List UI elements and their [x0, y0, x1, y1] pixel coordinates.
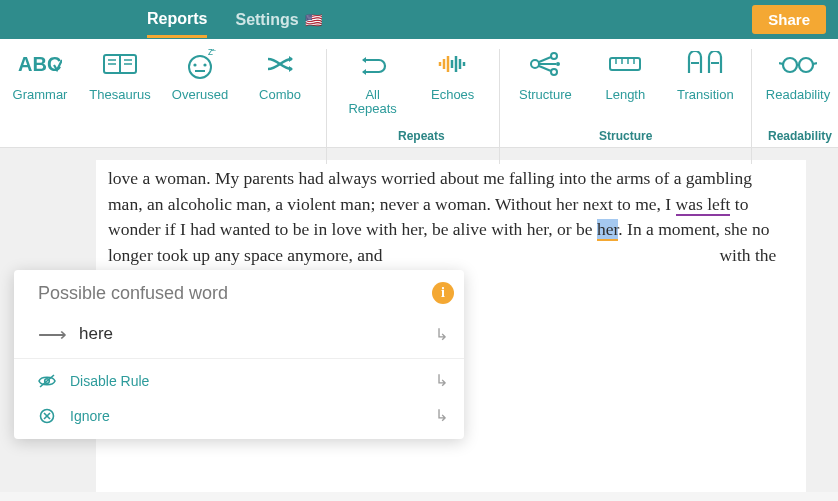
tool-label: Length	[605, 88, 645, 102]
divider	[499, 49, 500, 164]
tool-structure[interactable]: Structure	[505, 49, 585, 129]
svg-point-9	[203, 63, 206, 66]
arrow-right-icon: ⟶	[38, 322, 65, 346]
tool-label: Echoes	[431, 88, 474, 102]
tool-echoes[interactable]: Echoes	[413, 49, 493, 129]
ignore-row[interactable]: Ignore ↳	[14, 398, 464, 433]
transition-icon	[685, 49, 725, 79]
svg-line-25	[539, 66, 551, 71]
tool-label: Transition	[677, 88, 734, 102]
length-icon	[607, 49, 643, 79]
tool-label: Thesaurus	[89, 88, 150, 102]
disable-rule-row[interactable]: Disable Rule ↳	[14, 363, 464, 398]
popup-header: Possible confused word i	[14, 282, 464, 314]
tool-label: Overused	[172, 88, 228, 102]
svg-line-24	[539, 57, 551, 62]
tab-reports[interactable]: Reports	[147, 2, 207, 38]
svg-text:z: z	[212, 49, 216, 53]
tab-settings[interactable]: Settings 🇺🇸	[235, 2, 321, 38]
group-label-structure: Structure	[599, 129, 652, 143]
doc-text: love a woman. My parents had always worr…	[108, 168, 752, 214]
apply-arrow-icon: ↳	[435, 325, 448, 344]
structure-icon	[528, 49, 562, 79]
suggestion-text: here	[79, 324, 113, 344]
svg-line-38	[813, 63, 817, 64]
readability-icon	[779, 49, 817, 79]
svg-point-21	[551, 53, 557, 59]
tool-label: Grammar	[13, 88, 68, 102]
tool-grammar[interactable]: ABC Grammar	[0, 49, 80, 129]
svg-point-7	[189, 56, 211, 78]
top-tabs: Reports Settings 🇺🇸	[147, 2, 322, 38]
echoes-icon	[436, 49, 470, 79]
thesaurus-icon	[102, 49, 138, 79]
tool-combo[interactable]: Combo	[240, 49, 320, 129]
group-label-readability: Readability	[768, 129, 832, 143]
divider	[751, 49, 752, 164]
popup-title: Possible confused word	[38, 283, 228, 304]
svg-point-22	[551, 69, 557, 75]
tool-length[interactable]: Length	[585, 49, 665, 129]
grammar-underline[interactable]: was left	[676, 194, 731, 216]
tool-all-repeats[interactable]: All Repeats	[333, 49, 413, 129]
tool-overused[interactable]: zz Overused	[160, 49, 240, 129]
ignore-label: Ignore	[70, 408, 421, 424]
suggestion-popup: Possible confused word i ⟶ here ↳ Disabl…	[14, 270, 464, 439]
suggestion-row[interactable]: ⟶ here ↳	[14, 314, 464, 354]
share-button[interactable]: Share	[752, 5, 826, 34]
svg-point-20	[531, 60, 539, 68]
overused-icon: zz	[184, 49, 216, 79]
tool-label: Readability	[766, 88, 830, 102]
tab-label: Reports	[147, 10, 207, 28]
svg-point-23	[556, 62, 560, 66]
svg-point-8	[193, 63, 196, 66]
repeats-icon	[357, 49, 389, 79]
svg-line-37	[779, 63, 783, 64]
info-icon[interactable]: i	[432, 282, 454, 304]
apply-arrow-icon: ↳	[435, 406, 448, 425]
tool-label: Combo	[259, 88, 301, 102]
eye-off-icon	[38, 374, 56, 388]
flag-icon: 🇺🇸	[305, 12, 322, 28]
group-label-repeats: Repeats	[398, 129, 445, 143]
tool-thesaurus[interactable]: Thesaurus	[80, 49, 160, 129]
tool-label: Structure	[519, 88, 572, 102]
tool-transition[interactable]: Transition	[665, 49, 745, 129]
toolbar: ABC Grammar Thesaurus zz Overused Combo	[0, 39, 838, 148]
svg-point-34	[783, 58, 797, 72]
divider	[14, 358, 464, 359]
svg-point-35	[799, 58, 813, 72]
combo-icon	[264, 49, 296, 79]
svg-text:ABC: ABC	[18, 53, 61, 75]
close-circle-icon	[38, 408, 56, 424]
divider	[326, 49, 327, 164]
topbar: Reports Settings 🇺🇸 Share	[0, 0, 838, 39]
grammar-icon: ABC	[18, 49, 62, 79]
tab-label: Settings	[235, 11, 298, 29]
disable-rule-label: Disable Rule	[70, 373, 421, 389]
tool-readability[interactable]: Readability	[758, 49, 838, 129]
svg-rect-27	[610, 58, 640, 70]
confused-word-highlight[interactable]: her	[597, 219, 618, 241]
apply-arrow-icon: ↳	[435, 371, 448, 390]
tool-label: All Repeats	[341, 88, 405, 117]
